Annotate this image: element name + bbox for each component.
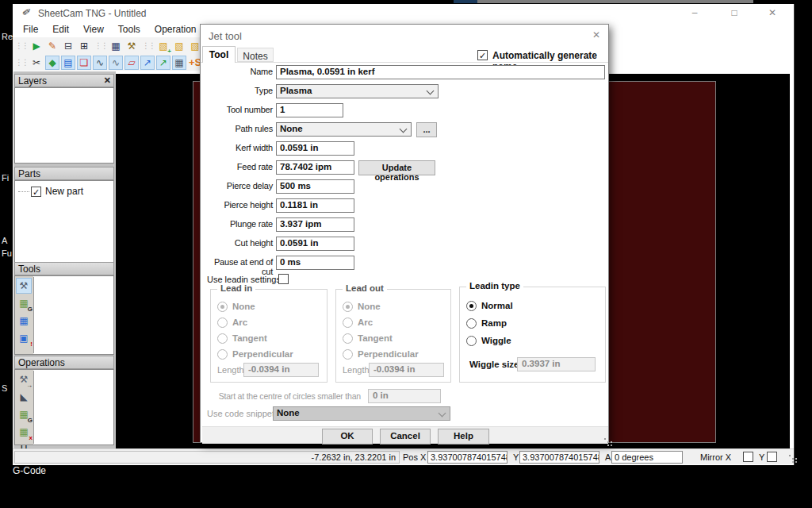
edit-nodes-icon[interactable]: ∿ (93, 56, 107, 70)
feed-rate-row: Feed rate78.7402 ipmUpdate operations (202, 160, 608, 175)
dialog-resize-grip[interactable] (604, 438, 606, 440)
close-icon[interactable]: ✕ (104, 75, 111, 86)
close-button[interactable]: ✕ (760, 7, 784, 18)
type-select[interactable]: Plasma (276, 84, 439, 98)
lead-in-radio-perpendicular[interactable] (217, 349, 228, 360)
lead-in-length-field[interactable]: -0.0394 in (243, 363, 319, 377)
tool-code-icon[interactable]: ▦G (16, 295, 32, 311)
post-process-icon[interactable]: ⊞ (77, 39, 91, 53)
menu-tools[interactable]: Tools (111, 22, 147, 37)
minimize-button[interactable]: – (683, 7, 707, 18)
menu-operation[interactable]: Operation (147, 22, 204, 37)
move-part-icon[interactable]: ↗ (140, 56, 155, 70)
lead-in-option-row: Tangent (211, 333, 327, 346)
help-button[interactable]: Help (438, 429, 489, 444)
cursor-coordinates: -7.2632 in, 23.2201 in (14, 451, 400, 464)
new-job-icon[interactable]: ▶ (29, 39, 44, 53)
tab-tool[interactable]: Tool (202, 46, 236, 63)
angle-field[interactable]: 0 degrees (611, 451, 683, 464)
open-part-icon[interactable]: ▧ (172, 39, 186, 53)
name-label: Name (202, 67, 273, 76)
ok-button[interactable]: OK (322, 429, 373, 444)
kerf-width-field[interactable]: 0.0591 in (276, 141, 354, 156)
path-rules-select[interactable]: None (276, 122, 412, 137)
new-tool-icon[interactable]: ⚒ (16, 278, 32, 294)
leadin-type-radio-normal[interactable] (466, 301, 477, 311)
menu-edit[interactable]: Edit (45, 22, 76, 37)
tool-info-icon[interactable]: ▣! (16, 330, 32, 346)
parts-panel-title[interactable]: Parts (14, 167, 114, 180)
show-layers-icon[interactable]: ◆ (45, 56, 59, 70)
tool-icon[interactable]: ⚒ (124, 39, 139, 53)
measure-icon[interactable]: ↗ (156, 56, 170, 70)
delete-operation-icon[interactable]: ▦x (16, 424, 32, 440)
smooth-nodes-icon[interactable]: ∿ (109, 56, 123, 70)
edit-contour-icon[interactable]: ▱ (124, 56, 139, 70)
new-part-checkbox[interactable]: ✓ (31, 187, 41, 197)
pan-tools-icon[interactable]: ✂ (29, 56, 44, 70)
new-operation-icon[interactable]: ⚒→ (16, 371, 32, 387)
leadin-type-radio-wiggle[interactable] (466, 336, 477, 346)
cut-height-field[interactable]: 0.0591 in (276, 237, 354, 251)
code-snippet-select[interactable]: None (273, 406, 450, 421)
part-tree-item[interactable]: ✓ New part (18, 186, 83, 197)
dock-panels: Layers ✕ Parts ✓ New part Tools ⚒▦G▦▣! (13, 71, 116, 448)
title-bar[interactable]: ✐ SheetCam TNG - Untitled – □ ✕ (13, 4, 794, 22)
lead-out-radio-none[interactable] (343, 302, 353, 312)
lead-in-radio-arc[interactable] (217, 318, 228, 328)
machine-icon[interactable]: ▦ (172, 56, 186, 70)
maximize-button[interactable]: □ (722, 7, 746, 18)
operations-panel-title[interactable]: Operations (14, 356, 114, 369)
leadin-type-radio-ramp[interactable] (466, 318, 477, 329)
use-leadin-checkbox[interactable] (278, 274, 289, 284)
drag-handle-icon[interactable]: ⋮⋮ (142, 41, 155, 50)
lead-out-radio-tangent[interactable] (343, 333, 353, 344)
pos-x-field[interactable]: 3.9370078740157485 (427, 451, 508, 464)
menu-file[interactable]: File (16, 22, 45, 37)
layers-panel-title[interactable]: Layers ✕ (14, 74, 114, 87)
tools-list[interactable] (33, 277, 113, 353)
drag-handle-icon[interactable]: ⋮⋮ (15, 41, 28, 50)
name-field[interactable]: Plasma, 0.0591 in kerf (276, 65, 605, 79)
lead-in-radio-none[interactable] (217, 302, 228, 312)
parts-panel-body: ✓ New part (14, 180, 114, 263)
add-part-icon[interactable]: ▧+ (156, 39, 170, 53)
drag-handle-icon[interactable]: ⋮⋮ (15, 58, 28, 67)
print-icon[interactable]: ⊟ (61, 39, 75, 53)
lead-out-length-field[interactable]: -0.0394 in (369, 363, 444, 377)
tool-number-field[interactable]: 1 (276, 103, 343, 117)
drill-operation-icon[interactable]: ◣ (16, 389, 32, 405)
feed-rate-field[interactable]: 78.7402 ipm (276, 160, 354, 175)
job-options-icon[interactable]: ▤ (61, 56, 75, 70)
menu-view[interactable]: View (76, 22, 111, 37)
lead-out-radio-arc[interactable] (343, 318, 353, 328)
operations-list[interactable] (33, 371, 113, 444)
update-operations-button[interactable]: Update operations (358, 160, 435, 175)
pierce-height-field[interactable]: 0.1181 in (276, 198, 354, 213)
pause-at-end-of-cut-field[interactable]: 0 ms (276, 256, 354, 270)
tool-table-icon[interactable]: ▦ (16, 313, 32, 329)
start-circles-field[interactable]: 0 in (368, 389, 441, 403)
lead-in-option-row: Perpendicular (211, 349, 327, 362)
path-rules-more-button[interactable]: ... (416, 122, 437, 137)
operation-code-icon[interactable]: ▦G (16, 406, 32, 422)
show-paths-icon[interactable]: ❏ (77, 56, 91, 70)
pierce-delay-field[interactable]: 500 ms (276, 179, 354, 194)
lead-in-radio-tangent[interactable] (217, 333, 228, 344)
plunge-rate-field[interactable]: 3.937 ipm (276, 217, 354, 232)
drag-handle-icon[interactable]: ⋮⋮ (94, 41, 107, 50)
desktop: ReFiAFuS G-Code ✐ SheetCam TNG - Untitle… (0, 0, 812, 508)
feed-rate-label: Feed rate (202, 162, 273, 171)
pos-y-field[interactable]: 3.9370078740157485 (519, 451, 599, 464)
tools-panel-title[interactable]: Tools (14, 262, 114, 275)
resize-grip[interactable] (789, 455, 791, 456)
calculator-icon[interactable]: ▦ (109, 39, 123, 53)
lead-out-radio-perpendicular[interactable] (343, 349, 353, 360)
mirror-y-checkbox[interactable] (767, 452, 777, 462)
wiggle-size-field[interactable]: 0.3937 in (517, 357, 596, 371)
tools-panel-body: ⚒▦G▦▣! (14, 275, 114, 355)
mirror-x-checkbox[interactable] (743, 452, 753, 462)
edit-job-icon[interactable]: ✎ (45, 39, 59, 53)
name-row: NamePlasma, 0.0591 in kerf (202, 65, 608, 79)
cancel-button[interactable]: Cancel (380, 429, 431, 444)
